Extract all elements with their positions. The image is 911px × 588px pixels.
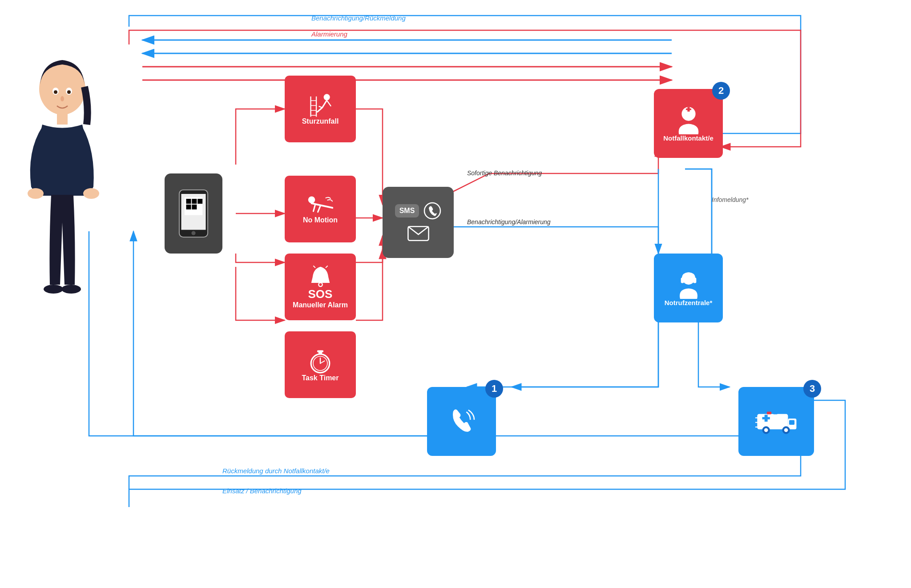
- svg-point-13: [60, 96, 64, 101]
- call-container: 1: [427, 387, 496, 456]
- notfallkontakt-box: Notfallkontakt/e: [654, 89, 723, 158]
- svg-line-33: [313, 266, 315, 268]
- sturzunfall-label: Sturzunfall: [302, 117, 339, 125]
- no-motion-box: No Motion: [285, 176, 356, 242]
- ambulance-container: 3: [738, 387, 814, 456]
- svg-rect-50: [757, 414, 788, 429]
- svg-rect-48: [681, 278, 684, 283]
- svg-point-32: [319, 283, 322, 286]
- svg-rect-60: [773, 411, 777, 414]
- top-red-label: Alarmierung: [311, 30, 347, 38]
- no-motion-label: No Motion: [303, 216, 338, 224]
- info-label-right: Infomeldung*: [712, 196, 749, 204]
- svg-rect-20: [192, 205, 197, 209]
- svg-point-6: [83, 188, 99, 199]
- svg-rect-53: [764, 415, 767, 422]
- ambulance-badge: 3: [803, 380, 821, 398]
- svg-rect-59: [766, 411, 771, 414]
- flow-arrows: [0, 0, 911, 588]
- svg-line-34: [326, 266, 328, 268]
- svg-point-7: [44, 285, 63, 294]
- svg-rect-46: [687, 107, 689, 111]
- sturzunfall-box: Sturzunfall: [285, 76, 356, 142]
- svg-point-56: [764, 428, 768, 432]
- svg-point-30: [308, 197, 315, 204]
- svg-rect-54: [789, 420, 794, 424]
- diagram-container: Sturzunfall No Motion SOS Manueller Alar: [0, 0, 911, 588]
- sos-text: SOS: [308, 287, 333, 301]
- svg-rect-18: [192, 199, 197, 204]
- sms-label1: Sofortige Benachrichtigung: [467, 169, 542, 177]
- svg-point-11: [54, 90, 57, 94]
- notrufzentrale-box: Notrufzentrale*: [654, 254, 723, 322]
- bottom-label2: Einsatz / Benachrichtigung: [222, 487, 302, 495]
- svg-point-42: [424, 203, 440, 219]
- svg-rect-21: [198, 199, 202, 204]
- svg-rect-49: [693, 278, 696, 283]
- notfallkontakt-label: Notfallkontakt/e: [663, 134, 713, 142]
- sms-label2: Benachrichtigung/Alarmierung: [467, 218, 551, 226]
- task-timer-box: Task Timer: [285, 331, 356, 398]
- bottom-label1: Rückmeldung durch Notfallkontakt/e: [222, 467, 330, 475]
- notfallkontakt-container: Notfallkontakt/e 2: [654, 89, 723, 158]
- notfallkontakt-badge: 2: [712, 82, 730, 100]
- call-box: [427, 387, 496, 456]
- svg-point-12: [67, 90, 71, 94]
- svg-point-8: [61, 285, 81, 294]
- sos-box: SOS Manueller Alarm: [285, 254, 356, 320]
- notrufzentrale-label: Notrufzentrale*: [665, 299, 713, 306]
- task-timer-label: Task Timer: [302, 374, 339, 382]
- svg-line-38: [320, 361, 325, 363]
- call-badge: 1: [485, 380, 503, 398]
- sms-email-box: SMS: [383, 187, 454, 258]
- svg-point-23: [323, 94, 330, 100]
- top-blue-label: Benachrichtigung/Rückmeldung: [311, 14, 406, 22]
- svg-rect-17: [186, 199, 191, 204]
- ambulance-box: [738, 387, 814, 456]
- svg-point-5: [28, 188, 44, 199]
- svg-rect-19: [186, 205, 191, 209]
- manueller-alarm-label: Manueller Alarm: [293, 301, 348, 309]
- svg-point-22: [191, 231, 195, 235]
- svg-point-41: [319, 350, 322, 353]
- svg-point-58: [784, 428, 788, 432]
- svg-rect-4: [57, 111, 68, 125]
- person-figure: [18, 53, 107, 365]
- smartphone-box: [165, 173, 222, 254]
